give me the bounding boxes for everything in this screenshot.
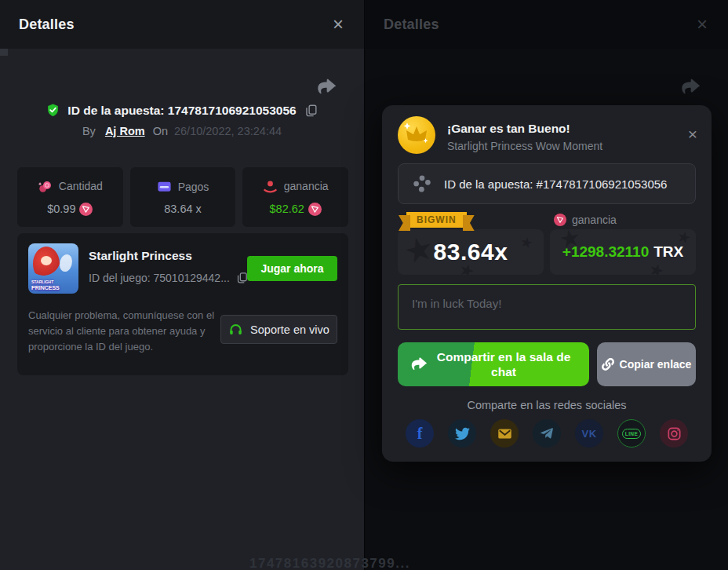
dialog-close-icon[interactable]: × [688,126,697,142]
details-modal-right-dimmed: Detalles × ¡Ganar es tan Bueno! Starligh… [364,0,728,570]
profit-column: ganancia ★ ★ ★ +1298.32110TRX [550,210,696,275]
line-button[interactable]: LINE [617,419,646,448]
by-label: By [82,125,96,137]
bet-id-text: ID de la apuesta: 1747817106921053056 [67,104,296,118]
share-actions-row: Compartir en la sala de chat Copiar enla… [398,342,696,386]
telegram-button[interactable] [533,419,561,448]
game-row: STARLIGHT PRINCESS Starlight Princess ID… [28,243,337,294]
trx-coin-icon [308,203,322,216]
game-id-text: ID del juego: 75010129442... [89,272,230,284]
game-thumbnail[interactable]: STARLIGHT PRINCESS [28,243,78,294]
copy-link-label: Copiar enlace [620,358,692,371]
game-info-card: STARLIGHT PRINCESS Starlight Princess ID… [17,233,348,375]
game-title: Starlight Princess [89,249,249,263]
twitter-icon [455,426,470,441]
share-arrow-icon [410,356,427,373]
star-decoration: ★ [646,259,668,275]
on-label: On [153,125,168,137]
stat-value: 83.64 x [164,203,202,215]
credit-card-icon [157,179,172,194]
profit-panel: ★ ★ ★ +1298.32110TRX [550,229,696,275]
instagram-icon [667,426,682,441]
line-icon: LINE [622,429,641,439]
twitter-button[interactable] [448,419,476,448]
bet-id-row: ID de la apuesta: 1747817106921053056 [0,103,364,118]
vk-button[interactable]: VK [575,419,603,448]
share-bet-button-dimmed[interactable] [679,77,700,100]
share-arrow-icon [315,77,336,97]
share-bet-button[interactable] [315,77,336,100]
play-now-button[interactable]: Jugar ahora [247,256,337,281]
close-icon-dimmed[interactable]: × [697,15,708,34]
profit-currency: TRX [653,243,683,260]
dialog-bet-id-box: ID de la apuesta: #1747817106921053056 [398,163,696,204]
thumb-title-line2: PRINCESS [31,285,78,291]
copy-link-button[interactable]: Copiar enlace [597,342,696,386]
close-icon[interactable]: × [333,15,344,34]
headset-icon [228,322,243,337]
telegram-icon [540,426,554,440]
share-dialog-subtitle: Starlight Princess Wow Moment [447,140,602,152]
bet-meta-row: ByAj RomOn26/10/2022, 23:24:44 [0,125,364,137]
stat-value: $0.99 [47,203,75,215]
left-modal-title: Detalles [19,16,75,33]
support-text: Cualquier problema, comuníquese con el s… [28,308,220,355]
star-decoration: ★ [400,229,438,272]
profit-label: ganancia [572,214,617,226]
coins-icon [38,179,53,194]
win-summary-row: BIGWIN ★ ★ ★ 83.64x ganancia ★ [398,210,696,275]
share-to-chat-button[interactable]: Compartir en la sala de chat [398,342,589,386]
share-arrow-icon [679,77,700,97]
stat-card-profit: ganancia $82.62 [242,167,348,227]
dialog-bet-id-text: ID de la apuesta: #1747817106921053056 [444,177,667,191]
instagram-button[interactable] [660,419,688,448]
hand-coin-icon [263,179,278,194]
trx-coin-icon [79,203,93,216]
profit-value: +1298.32110 [562,243,649,260]
bigwin-badge: BIGWIN [406,212,467,228]
social-caption: Comparte en las redes sociales [398,399,696,411]
right-modal-header: Detalles × [365,0,728,49]
multiplier-column: BIGWIN ★ ★ ★ 83.64x [398,210,544,275]
background-bet-id-ghost-text: 17478163920873799... [249,556,410,570]
stat-label: Cantidad [59,180,103,192]
support-row: Cualquier problema, comuníquese con el s… [28,308,337,355]
trx-coin-icon [554,214,566,226]
share-message-box [398,284,696,330]
share-to-chat-label: Compartir en la sala de chat [429,349,578,380]
multiplier-panel: ★ ★ ★ 83.64x [398,229,544,275]
live-support-label: Soporte en vivo [250,323,329,336]
share-win-dialog: ¡Ganar es tan Bueno! Starlight Princess … [382,105,712,462]
copy-bet-id-icon[interactable] [304,103,318,118]
author-link[interactable]: Aj Rom [105,125,145,137]
vk-icon: VK [581,428,596,440]
facebook-button[interactable]: f [406,419,434,448]
left-modal-header: Detalles × [0,0,364,49]
bet-stats-row: Cantidad $0.99 Pagos 83.64 x [17,167,348,227]
stat-value: $82.62 [270,203,304,215]
win-medal-icon [398,116,435,154]
right-modal-title: Detalles [384,16,439,33]
email-button[interactable] [490,419,519,448]
share-message-input[interactable] [398,284,696,330]
email-icon [497,426,512,441]
social-icons-row: f VK LINE [398,419,696,448]
multiplier-value: 83.64x [434,239,508,265]
link-icon [602,358,614,371]
details-modal-left: Detalles × ID de la apuesta: 17478171069… [0,0,364,570]
gamepad-dots-icon [412,174,432,194]
stat-card-amount: Cantidad $0.99 [17,167,123,227]
share-dialog-header: ¡Ganar es tan Bueno! Starlight Princess … [398,116,696,154]
facebook-icon: f [417,425,423,443]
verified-shield-icon [46,103,60,118]
bet-datetime: 26/10/2022, 23:24:44 [174,125,282,137]
screen: Detalles × ID de la apuesta: 17478171069… [0,0,728,570]
stat-label: ganancia [284,180,329,192]
star-decoration: ★ [519,233,534,253]
share-dialog-title: ¡Ganar es tan Bueno! [447,122,602,136]
live-support-button[interactable]: Soporte en vivo [220,315,337,344]
stat-card-payout: Pagos 83.64 x [130,167,236,227]
stat-label: Pagos [178,181,209,193]
